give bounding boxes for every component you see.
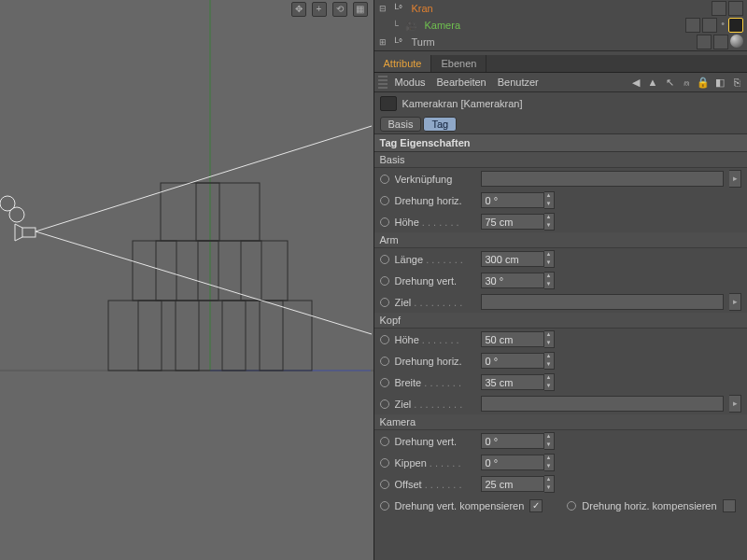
ziel-field[interactable] bbox=[481, 396, 725, 412]
param-anim-icon[interactable] bbox=[380, 437, 389, 446]
menu-bearbeiten[interactable]: Bearbeiten bbox=[433, 75, 490, 90]
param-anim-icon[interactable] bbox=[380, 480, 389, 489]
label-komp-horiz: Drehung horiz. kompensieren bbox=[582, 500, 716, 511]
param-anim-icon[interactable] bbox=[380, 196, 389, 205]
svg-rect-13 bbox=[196, 183, 219, 241]
svg-line-14 bbox=[35, 126, 372, 231]
spinner[interactable]: ▲▼ bbox=[544, 213, 555, 231]
laenge-input[interactable] bbox=[481, 251, 544, 267]
menu-benutzer[interactable]: Benutzer bbox=[494, 75, 543, 90]
row-kopf-drehung-horiz: Drehung horiz. ▲▼ bbox=[374, 350, 748, 371]
param-anim-icon[interactable] bbox=[380, 175, 389, 184]
object-title: Kamerakran [Kamerakran] bbox=[402, 98, 523, 109]
row-verknuepfung: Verknüpfung ▸ bbox=[374, 168, 748, 189]
komp-horiz-checkbox[interactable] bbox=[723, 499, 736, 512]
link-picker-icon[interactable]: ▸ bbox=[729, 170, 741, 188]
row-laenge: Länge . . . . . . . ▲▼ bbox=[374, 248, 748, 270]
param-anim-icon[interactable] bbox=[380, 298, 389, 307]
vis-render-icon[interactable] bbox=[713, 35, 728, 49]
param-anim-icon[interactable] bbox=[380, 378, 389, 387]
vis-render-icon[interactable] bbox=[702, 18, 717, 33]
menu-modus[interactable]: Modus bbox=[391, 75, 430, 90]
param-anim-icon[interactable] bbox=[380, 255, 389, 264]
tab-ebenen[interactable]: Ebenen bbox=[431, 55, 486, 72]
vis-editor-icon[interactable] bbox=[697, 35, 712, 49]
link-icon[interactable]: ⎘ bbox=[730, 76, 743, 89]
param-anim-icon[interactable] bbox=[380, 501, 389, 511]
pill-basis[interactable]: Basis bbox=[380, 117, 422, 132]
pointer-icon[interactable]: ↖ bbox=[663, 76, 676, 89]
object-label: Turm bbox=[408, 36, 439, 48]
komp-vert-checkbox[interactable]: ✓ bbox=[529, 499, 543, 512]
svg-rect-4 bbox=[138, 301, 162, 371]
param-anim-icon[interactable] bbox=[380, 217, 389, 227]
spinner[interactable]: ▲▼ bbox=[544, 373, 555, 391]
spinner[interactable]: ▲▼ bbox=[544, 191, 555, 209]
vis-editor-icon[interactable] bbox=[685, 18, 700, 33]
kopf-drehung-horiz-input[interactable] bbox=[481, 353, 544, 369]
hoehe-input[interactable] bbox=[481, 214, 544, 230]
spinner[interactable]: ▲▼ bbox=[544, 352, 555, 370]
label: Ziel . . . . . . . . . bbox=[395, 297, 475, 308]
nav-back-icon[interactable]: ◀ bbox=[629, 76, 642, 89]
cranecam-tag-icon[interactable] bbox=[728, 18, 743, 33]
svg-rect-6 bbox=[222, 301, 246, 371]
label-komp-vert: Drehung vert. kompensieren bbox=[395, 500, 525, 511]
spinner[interactable]: ▲▼ bbox=[544, 250, 555, 268]
expand-icon[interactable]: ⊞ bbox=[378, 37, 388, 47]
param-anim-icon[interactable] bbox=[380, 335, 389, 344]
new-window-icon[interactable]: ◧ bbox=[713, 76, 726, 89]
expand-spacer: └ bbox=[391, 21, 401, 30]
nav-up-icon[interactable]: ▲ bbox=[646, 76, 659, 89]
pill-bar: Basis Tag bbox=[374, 115, 748, 133]
lock-icon[interactable]: 🔒 bbox=[697, 76, 710, 89]
label: Länge . . . . . . . bbox=[395, 254, 475, 265]
row-ziel-kopf: Ziel . . . . . . . . . ▸ bbox=[374, 393, 748, 414]
kippen-input[interactable] bbox=[481, 455, 544, 470]
svg-rect-18 bbox=[22, 228, 35, 237]
group-kopf: Kopf bbox=[374, 313, 748, 329]
spinner[interactable]: ▲▼ bbox=[544, 272, 555, 289]
pill-tag[interactable]: Tag bbox=[423, 117, 457, 132]
offset-input[interactable] bbox=[481, 476, 544, 492]
param-anim-icon[interactable] bbox=[380, 276, 389, 286]
link-picker-icon[interactable]: ▸ bbox=[729, 395, 741, 413]
vis-render-icon[interactable] bbox=[728, 1, 743, 16]
param-anim-icon[interactable] bbox=[380, 458, 389, 468]
drehung-vert-input[interactable] bbox=[481, 273, 544, 288]
svg-line-15 bbox=[35, 231, 372, 334]
svg-rect-11 bbox=[241, 241, 261, 301]
tab-attribute[interactable]: Attribute bbox=[374, 55, 432, 72]
param-anim-icon[interactable] bbox=[380, 399, 389, 409]
param-anim-icon[interactable] bbox=[567, 501, 576, 511]
object-row-kran[interactable]: ⊟ └° Kran bbox=[374, 0, 748, 17]
material-tag-icon[interactable] bbox=[730, 35, 743, 48]
verknuepfung-field[interactable] bbox=[481, 171, 725, 187]
param-anim-icon[interactable] bbox=[380, 357, 389, 366]
spinner[interactable]: ▲▼ bbox=[544, 432, 555, 450]
object-row-kamera[interactable]: └ 🎥 Kamera • bbox=[374, 17, 748, 34]
vis-editor-icon[interactable] bbox=[712, 1, 726, 16]
object-row-turm[interactable]: ⊞ └° Turm bbox=[374, 34, 748, 50]
drehung-horiz-input[interactable] bbox=[481, 192, 544, 208]
breite-input[interactable] bbox=[481, 374, 544, 390]
link-picker-icon[interactable]: ▸ bbox=[729, 293, 741, 311]
spinner[interactable]: ▲▼ bbox=[544, 454, 555, 471]
row-hoehe: Höhe . . . . . . . ▲▼ bbox=[374, 211, 748, 232]
label: Ziel . . . . . . . . . bbox=[395, 399, 475, 410]
kam-drehung-vert-input[interactable] bbox=[481, 433, 544, 449]
expand-icon[interactable]: ⊟ bbox=[378, 4, 388, 13]
row-kompensieren: Drehung vert. kompensieren ✓ Drehung hor… bbox=[374, 495, 748, 516]
user-icon[interactable]: ⍝ bbox=[680, 76, 693, 89]
properties-scroll[interactable]: Tag Eigenschaften Basis Verknüpfung ▸ Dr… bbox=[374, 133, 748, 560]
kopf-hoehe-input[interactable] bbox=[481, 331, 544, 347]
spinner[interactable]: ▲▼ bbox=[544, 330, 555, 348]
attr-tabbar: Attribute Ebenen bbox=[374, 55, 748, 73]
viewport[interactable]: ✥ + ⟲ ▦ bbox=[0, 0, 374, 560]
spinner[interactable]: ▲▼ bbox=[544, 475, 555, 493]
drag-handle-icon[interactable] bbox=[378, 76, 388, 89]
label: Drehung vert. bbox=[395, 436, 475, 447]
ziel-field[interactable] bbox=[481, 294, 725, 310]
group-basis: Basis bbox=[374, 152, 748, 168]
label: Drehung horiz. bbox=[395, 356, 475, 367]
